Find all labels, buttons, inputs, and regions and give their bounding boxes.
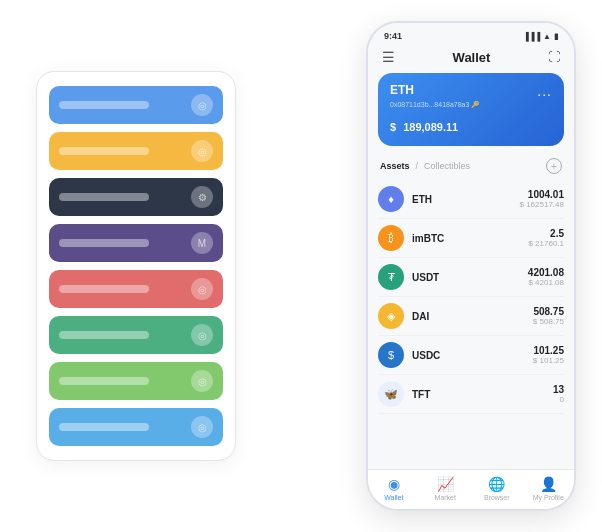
card-text — [59, 285, 149, 293]
asset-list: ♦ ETH 1004.01 $ 162517.48 ₿ imBTC 2.5 $ … — [368, 180, 574, 469]
wifi-icon: ▲ — [543, 32, 551, 41]
card-text — [59, 193, 149, 201]
asset-left: ₮ USDT — [378, 264, 439, 290]
asset-left: ₿ imBTC — [378, 225, 444, 251]
status-icons: ▐▐▐ ▲ ▮ — [523, 32, 558, 41]
list-item[interactable]: ◎ — [49, 362, 223, 400]
tft-asset-icon: 🦋 — [378, 381, 404, 407]
browser-nav-icon: 🌐 — [488, 476, 505, 492]
nav-wallet[interactable]: ◉ Wallet — [368, 476, 420, 501]
tab-separator: / — [416, 161, 419, 171]
phone-frame: 9:41 ▐▐▐ ▲ ▮ ☰ Wallet ⛶ ETH ... 0x08711d… — [366, 21, 576, 511]
signal-icon: ▐▐▐ — [523, 32, 540, 41]
asset-row-eth[interactable]: ♦ ETH 1004.01 $ 162517.48 — [378, 180, 564, 219]
phone-header: ☰ Wallet ⛶ — [368, 45, 574, 73]
card-text — [59, 147, 149, 155]
usdc-amount: 101.25 — [533, 345, 564, 356]
nav-profile[interactable]: 👤 My Profile — [523, 476, 575, 501]
list-item[interactable]: ⚙ — [49, 178, 223, 216]
eth-wallet-card[interactable]: ETH ... 0x08711d3b...8418a78a3 🔑 $ 189,0… — [378, 73, 564, 146]
market-nav-icon: 📈 — [437, 476, 454, 492]
card-text — [59, 239, 149, 247]
eth-amount: 1004.01 — [520, 189, 565, 200]
asset-row-imbtc[interactable]: ₿ imBTC 2.5 $ 21760.1 — [378, 219, 564, 258]
wallet-nav-icon: ◉ — [388, 476, 400, 492]
asset-left: 🦋 TFT — [378, 381, 430, 407]
page-title: Wallet — [453, 50, 491, 65]
asset-name-dai: DAI — [412, 311, 429, 322]
card-icon: M — [191, 232, 213, 254]
bottom-nav: ◉ Wallet 📈 Market 🌐 Browser 👤 My Profile — [368, 469, 574, 509]
assets-header: Assets / Collectibles + — [368, 154, 574, 180]
asset-row-usdc[interactable]: $ USDC 101.25 $ 101.25 — [378, 336, 564, 375]
nav-profile-label: My Profile — [533, 494, 564, 501]
more-options-icon[interactable]: ... — [537, 83, 552, 99]
eth-asset-icon: ♦ — [378, 186, 404, 212]
card-text — [59, 101, 149, 109]
profile-nav-icon: 👤 — [540, 476, 557, 492]
asset-right: 2.5 $ 21760.1 — [528, 228, 564, 248]
dai-asset-icon: ◈ — [378, 303, 404, 329]
card-stack: ◎ ◎ ⚙ M ◎ ◎ ◎ ◎ — [36, 71, 236, 461]
eth-label: ETH — [390, 83, 414, 97]
tft-usd: 0 — [553, 395, 564, 404]
list-item[interactable]: ◎ — [49, 316, 223, 354]
imbtc-amount: 2.5 — [528, 228, 564, 239]
list-item[interactable]: ◎ — [49, 86, 223, 124]
card-text — [59, 331, 149, 339]
asset-name-usdc: USDC — [412, 350, 440, 361]
list-item[interactable]: ◎ — [49, 132, 223, 170]
balance-amount: 189,089.11 — [403, 121, 458, 133]
card-icon: ◎ — [191, 94, 213, 116]
card-icon: ⚙ — [191, 186, 213, 208]
currency-prefix: $ — [390, 121, 396, 133]
asset-right: 1004.01 $ 162517.48 — [520, 189, 565, 209]
asset-left: ◈ DAI — [378, 303, 429, 329]
asset-row-usdt[interactable]: ₮ USDT 4201.08 $ 4201.08 — [378, 258, 564, 297]
list-item[interactable]: ◎ — [49, 270, 223, 308]
menu-icon[interactable]: ☰ — [382, 49, 395, 65]
dai-usd: $ 508.75 — [533, 317, 564, 326]
card-text — [59, 423, 149, 431]
tab-assets[interactable]: Assets — [380, 161, 410, 171]
card-icon: ◎ — [191, 140, 213, 162]
asset-row-dai[interactable]: ◈ DAI 508.75 $ 508.75 — [378, 297, 564, 336]
add-asset-button[interactable]: + — [546, 158, 562, 174]
usdt-usd: $ 4201.08 — [528, 278, 564, 287]
asset-right: 508.75 $ 508.75 — [533, 306, 564, 326]
list-item[interactable]: ◎ — [49, 408, 223, 446]
usdc-asset-icon: $ — [378, 342, 404, 368]
nav-wallet-label: Wallet — [384, 494, 403, 501]
asset-right: 101.25 $ 101.25 — [533, 345, 564, 365]
nav-market-label: Market — [435, 494, 456, 501]
asset-right: 4201.08 $ 4201.08 — [528, 267, 564, 287]
eth-balance: $ 189,089.11 — [390, 115, 552, 136]
card-text — [59, 377, 149, 385]
asset-name-eth: ETH — [412, 194, 432, 205]
status-time: 9:41 — [384, 31, 402, 41]
asset-row-tft[interactable]: 🦋 TFT 13 0 — [378, 375, 564, 414]
usdt-asset-icon: ₮ — [378, 264, 404, 290]
imbtc-usd: $ 21760.1 — [528, 239, 564, 248]
tab-collectibles[interactable]: Collectibles — [424, 161, 470, 171]
asset-left: $ USDC — [378, 342, 440, 368]
dai-amount: 508.75 — [533, 306, 564, 317]
list-item[interactable]: M — [49, 224, 223, 262]
imbtc-asset-icon: ₿ — [378, 225, 404, 251]
asset-right: 13 0 — [553, 384, 564, 404]
nav-market[interactable]: 📈 Market — [420, 476, 472, 501]
asset-tabs: Assets / Collectibles — [380, 161, 470, 171]
nav-browser-label: Browser — [484, 494, 510, 501]
status-bar: 9:41 ▐▐▐ ▲ ▮ — [368, 23, 574, 45]
asset-name-usdt: USDT — [412, 272, 439, 283]
eth-card-header: ETH ... — [390, 83, 552, 99]
tft-amount: 13 — [553, 384, 564, 395]
card-icon: ◎ — [191, 278, 213, 300]
scene: ◎ ◎ ⚙ M ◎ ◎ ◎ ◎ — [16, 11, 586, 521]
card-icon: ◎ — [191, 370, 213, 392]
expand-icon[interactable]: ⛶ — [548, 50, 560, 64]
battery-icon: ▮ — [554, 32, 558, 41]
asset-name-tft: TFT — [412, 389, 430, 400]
nav-browser[interactable]: 🌐 Browser — [471, 476, 523, 501]
usdc-usd: $ 101.25 — [533, 356, 564, 365]
